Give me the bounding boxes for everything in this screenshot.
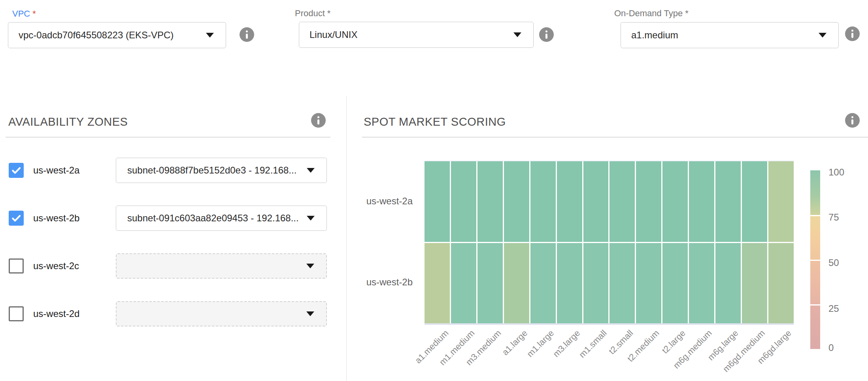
heatmap-cell: [504, 243, 529, 324]
heatmap-cell: [425, 243, 450, 324]
heatmap-cell: [689, 161, 714, 242]
heatmap-colorbar: [810, 170, 820, 349]
colorbar-tick-label: 100: [828, 167, 844, 178]
heatmap-cell: [609, 161, 635, 242]
vpc-label: VPC*: [12, 9, 36, 19]
heatmap-cell: [609, 243, 635, 324]
colorbar-tick-label: 50: [828, 257, 839, 268]
on-demand-type-info-icon[interactable]: [845, 26, 860, 41]
check-icon: [10, 212, 23, 224]
section-divider: [362, 137, 868, 138]
colorbar-tick-label: 25: [828, 303, 839, 314]
caret-down-icon: [307, 216, 315, 221]
required-asterisk: *: [327, 8, 331, 18]
heatmap-cell: [742, 161, 767, 242]
heatmap-cell: [557, 161, 582, 242]
az-rows: us-west-2asubnet-09888f7be5152d0e3 - 192…: [6, 158, 334, 349]
caret-down-icon: [513, 32, 521, 37]
heatmap-cell: [742, 243, 767, 324]
heatmap-cell: [583, 243, 609, 324]
az-zone-label: us-west-2d: [33, 308, 79, 319]
heatmap-row-label: us-west-2a: [326, 196, 413, 207]
caret-down-icon: [307, 168, 315, 173]
heatmap-column-label: m1.small: [577, 328, 609, 360]
heatmap-cell: [451, 161, 476, 242]
product-info-icon[interactable]: [539, 27, 554, 42]
heatmap-row-label: us-west-2b: [326, 277, 413, 288]
caret-down-icon: [306, 311, 314, 316]
availability-zones-title: AVAILABILITY ZONES: [8, 115, 128, 128]
az-checkbox-checked[interactable]: [9, 211, 24, 226]
colorbar-divider: [810, 304, 820, 306]
required-asterisk: *: [32, 9, 36, 19]
az-row: us-west-2c: [6, 253, 334, 279]
on-demand-type-select[interactable]: a1.medium: [621, 22, 839, 48]
spot-instance-config-page: VPC* vpc-0adcb70f645508223 (EKS-VPC) Pro…: [0, 0, 868, 381]
colorbar-tick-label: 75: [828, 212, 839, 223]
heatmap-cell: [662, 243, 688, 324]
az-checkbox-checked[interactable]: [9, 163, 24, 178]
vpc-label-text: VPC: [12, 9, 30, 19]
product-select[interactable]: Linux/UNIX: [299, 22, 534, 48]
panel-divider: [346, 96, 347, 381]
colorbar-divider: [810, 215, 820, 216]
heatmap-cell: [636, 161, 661, 242]
product-label-text: Product: [295, 8, 325, 18]
az-subnet-value: subnet-09888f7be5152d0e3 - 192.168...: [116, 165, 296, 176]
availability-zones-info-icon[interactable]: [311, 113, 326, 128]
heatmap-cell: [662, 161, 688, 242]
product-label: Product*: [295, 8, 330, 19]
spot-market-scoring-info-icon[interactable]: [845, 113, 860, 128]
product-select-value: Linux/UNIX: [299, 29, 357, 40]
az-zone-label: us-west-2c: [33, 260, 79, 272]
heatmap-column-label: m3.large: [551, 328, 582, 359]
heatmap-cell: [715, 161, 741, 242]
heatmap-cell: [715, 243, 741, 324]
vpc-select-value: vpc-0adcb70f645508223 (EKS-VPC): [8, 30, 174, 41]
heatmap-cell: [689, 243, 714, 324]
az-subnet-select[interactable]: [116, 253, 327, 279]
heatmap-cell: [504, 161, 529, 242]
on-demand-type-select-value: a1.medium: [621, 30, 678, 41]
caret-down-icon: [819, 33, 826, 38]
az-subnet-select[interactable]: [116, 301, 327, 326]
caret-down-icon: [206, 33, 214, 38]
spot-score-heatmap: [425, 160, 794, 325]
heatmap-cell: [636, 243, 661, 324]
heatmap-cell: [530, 161, 556, 242]
check-icon: [10, 164, 23, 177]
az-row: us-west-2bsubnet-091c603aa82e09453 - 192…: [6, 206, 334, 231]
colorbar-tick-label: 0: [828, 342, 834, 353]
section-divider: [6, 137, 330, 138]
az-row: us-west-2d: [6, 301, 334, 326]
heatmap-cell: [477, 161, 503, 242]
az-checkbox-unchecked[interactable]: [9, 258, 24, 273]
az-row: us-west-2asubnet-09888f7be5152d0e3 - 192…: [6, 158, 334, 183]
az-subnet-value: subnet-091c603aa82e09453 - 192.168...: [116, 213, 299, 224]
heatmap-cell: [768, 243, 794, 324]
caret-down-icon: [306, 264, 314, 268]
az-checkbox-unchecked[interactable]: [9, 306, 24, 321]
az-subnet-select[interactable]: subnet-09888f7be5152d0e3 - 192.168...: [116, 158, 327, 183]
colorbar-divider: [810, 260, 820, 261]
heatmap-cell: [557, 243, 582, 324]
heatmap-cell: [477, 243, 503, 324]
az-zone-label: us-west-2b: [33, 213, 79, 224]
spot-market-scoring-title: SPOT MARKET SCORING: [364, 115, 506, 128]
az-zone-label: us-west-2a: [33, 165, 79, 176]
heatmap-column-label: m1.large: [525, 328, 556, 359]
heatmap-cell: [530, 243, 556, 324]
heatmap-cell: [583, 161, 609, 242]
heatmap-cell: [451, 243, 476, 324]
heatmap-cell: [425, 161, 450, 242]
vpc-select[interactable]: vpc-0adcb70f645508223 (EKS-VPC): [8, 22, 226, 48]
on-demand-type-label: On-Demand Type*: [614, 8, 689, 19]
required-asterisk: *: [685, 8, 689, 18]
on-demand-type-label-text: On-Demand Type: [614, 8, 683, 18]
heatmap-cell: [768, 161, 794, 242]
vpc-info-icon[interactable]: [240, 27, 254, 42]
heatmap-column-label: a1.large: [500, 328, 530, 358]
az-subnet-select[interactable]: subnet-091c603aa82e09453 - 192.168...: [116, 206, 327, 231]
